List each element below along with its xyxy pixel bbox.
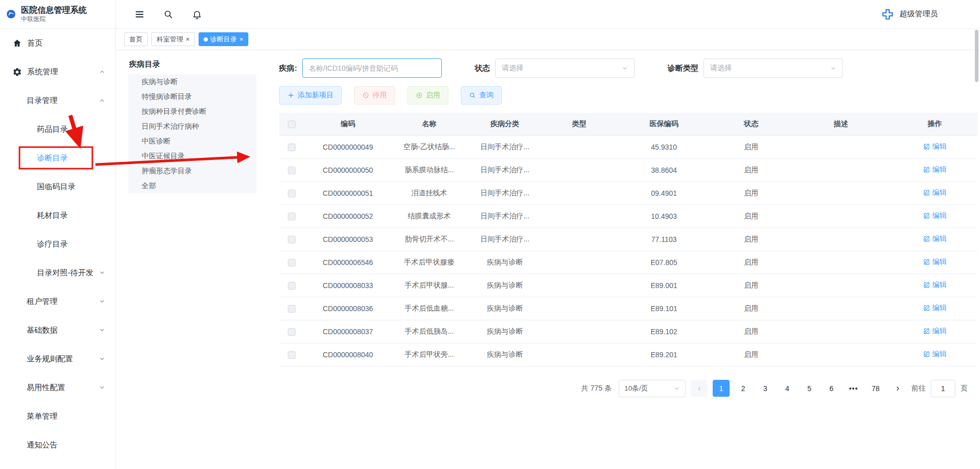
select-all-checkbox[interactable] xyxy=(288,120,296,128)
prev-page-button[interactable] xyxy=(691,380,708,397)
goto-page-input[interactable] xyxy=(931,380,955,397)
page-button[interactable]: 3 xyxy=(757,380,774,397)
edit-button[interactable]: 编辑 xyxy=(923,211,947,220)
sidebar-item-catalog-management[interactable]: 目录管理 xyxy=(0,86,115,115)
row-checkbox[interactable] xyxy=(288,167,296,174)
vertical-scrollbar[interactable] xyxy=(975,30,978,82)
button-label: 查询 xyxy=(479,91,494,100)
page-content: 疾病目录 疾病与诊断 特慢病诊断目录 按病种目录付费诊断 日间手术治疗病种 中医… xyxy=(116,50,980,469)
sidebar-item-drug-catalog[interactable]: 药品目录 xyxy=(0,115,115,144)
page-button[interactable]: 5 xyxy=(801,380,818,397)
catalog-item[interactable]: 特慢病诊断目录 xyxy=(128,89,257,104)
more-pages-button[interactable]: ••• xyxy=(845,380,862,397)
row-checkbox[interactable] xyxy=(288,282,296,290)
bell-icon[interactable] xyxy=(192,9,202,19)
catalog-item[interactable]: 中医诊断 xyxy=(128,134,257,149)
select-placeholder: 请选择 xyxy=(710,64,732,73)
sidebar-item-label: 药品目录 xyxy=(37,125,68,134)
sidebar-item-diagnosis-catalog[interactable]: 诊断目录 xyxy=(0,144,115,172)
row-checkbox[interactable] xyxy=(288,144,296,151)
cell-status: 启用 xyxy=(713,205,790,228)
page-button[interactable]: 78 xyxy=(867,380,884,397)
search-icon[interactable] xyxy=(163,9,173,19)
edit-button[interactable]: 编辑 xyxy=(923,327,947,336)
cell-status: 启用 xyxy=(713,320,790,343)
edit-label: 编辑 xyxy=(932,280,947,290)
next-page-button[interactable] xyxy=(889,380,906,397)
query-button[interactable]: 查询 xyxy=(461,86,502,105)
sidebar-item-treatment-catalog[interactable]: 诊疗目录 xyxy=(0,230,115,258)
col-header-name: 名称 xyxy=(392,113,466,135)
page-size-select[interactable]: 10条/页 xyxy=(619,380,685,397)
row-checkbox[interactable] xyxy=(288,259,296,267)
cell-type xyxy=(543,297,615,320)
edit-label: 编辑 xyxy=(932,142,947,151)
edit-icon xyxy=(923,189,930,196)
edit-label: 编辑 xyxy=(932,165,947,174)
close-icon[interactable]: × xyxy=(186,36,190,43)
sidebar-item-home[interactable]: 首页 xyxy=(0,29,115,57)
sidebar-item-national-code-catalog[interactable]: 国临码目录 xyxy=(0,172,115,201)
edit-icon xyxy=(923,258,930,266)
page-button[interactable]: 2 xyxy=(735,380,752,397)
status-filter-label: 状态 xyxy=(475,64,490,73)
tab-diagnosis-catalog[interactable]: 诊断目录 × xyxy=(199,32,249,46)
sidebar-item-notice[interactable]: 通知公告 xyxy=(0,431,115,459)
sidebar-item-menu-management[interactable]: 菜单管理 xyxy=(0,402,115,431)
sidebar-item-basic-data[interactable]: 基础数据 xyxy=(0,316,115,344)
disable-button[interactable]: 停用 xyxy=(354,86,395,105)
user-area[interactable]: 超级管理员 xyxy=(881,8,938,21)
col-header-type: 类型 xyxy=(543,113,615,135)
catalog-item[interactable]: 日间手术治疗病种 xyxy=(128,119,257,134)
sidebar-item-catalog-mapping[interactable]: 目录对照-待开发 xyxy=(0,258,115,287)
catalog-item[interactable]: 全部 xyxy=(128,178,257,193)
edit-button[interactable]: 编辑 xyxy=(923,142,947,151)
sidebar-item-tenant-management[interactable]: 租户管理 xyxy=(0,287,115,316)
row-checkbox[interactable] xyxy=(288,328,296,336)
edit-label: 编辑 xyxy=(932,211,947,220)
sidebar-item-system-management[interactable]: 系统管理 xyxy=(0,57,115,86)
row-checkbox[interactable] xyxy=(288,351,296,359)
status-select[interactable]: 请选择 xyxy=(495,58,635,78)
sidebar-item-label: 目录对照-待开发 xyxy=(37,268,93,278)
catalog-item[interactable]: 疾病与诊断 xyxy=(128,74,257,89)
cell-code: CD0000008037 xyxy=(304,320,392,343)
edit-icon xyxy=(923,143,930,150)
page-button[interactable]: 6 xyxy=(823,380,840,397)
catalog-item[interactable]: 肿瘤形态学目录 xyxy=(128,164,257,178)
disease-search-input[interactable] xyxy=(302,58,442,78)
row-checkbox[interactable] xyxy=(288,190,296,197)
edit-button[interactable]: 编辑 xyxy=(923,350,947,359)
cell-category: 疾病与诊断 xyxy=(466,251,543,274)
close-icon[interactable]: × xyxy=(240,36,244,43)
sidebar-item-business-rules[interactable]: 业务规则配置 xyxy=(0,344,115,373)
cell-status: 启用 xyxy=(713,181,790,205)
row-checkbox[interactable] xyxy=(288,305,296,313)
edit-button[interactable]: 编辑 xyxy=(923,188,947,197)
add-item-button[interactable]: 添加新项目 xyxy=(279,86,342,105)
sidebar-item-consumable-catalog[interactable]: 耗材目录 xyxy=(0,201,115,230)
page-button[interactable]: 4 xyxy=(779,380,796,397)
cell-description xyxy=(790,320,892,343)
toolbar: 添加新项目 停用 启用 查询 xyxy=(279,86,968,105)
edit-button[interactable]: 编辑 xyxy=(923,257,947,267)
edit-button[interactable]: 编辑 xyxy=(923,165,947,174)
tab-department-management[interactable]: 科室管理 × xyxy=(151,32,195,46)
page-button[interactable]: 1 xyxy=(713,380,730,397)
chevron-up-icon xyxy=(99,69,105,75)
sidebar-item-usability-config[interactable]: 易用性配置 xyxy=(0,373,115,402)
row-checkbox[interactable] xyxy=(288,213,296,220)
catalog-item[interactable]: 按病种目录付费诊断 xyxy=(128,104,257,119)
tab-home[interactable]: 首页 xyxy=(124,32,148,46)
menu-fold-icon[interactable] xyxy=(134,9,145,19)
edit-button[interactable]: 编辑 xyxy=(923,280,947,290)
cell-code: CD0000008040 xyxy=(304,343,392,366)
table-row: CD0000000053 肋骨切开术不... 日间手术治疗... 77.1103… xyxy=(279,228,977,251)
diagnosis-type-select[interactable]: 请选择 xyxy=(703,58,843,78)
edit-button[interactable]: 编辑 xyxy=(923,303,947,313)
edit-button[interactable]: 编辑 xyxy=(923,234,947,243)
row-checkbox[interactable] xyxy=(288,236,296,243)
sidebar-item-label: 耗材目录 xyxy=(37,211,68,220)
catalog-item[interactable]: 中医证候目录 xyxy=(128,149,257,164)
enable-button[interactable]: 启用 xyxy=(407,86,448,105)
